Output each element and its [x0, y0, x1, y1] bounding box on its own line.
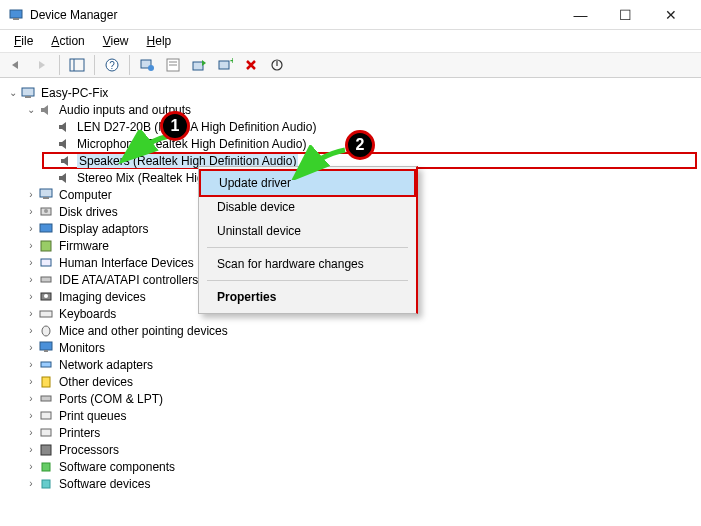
collapse-icon[interactable]: ⌄	[6, 87, 20, 98]
minimize-button[interactable]: —	[558, 1, 603, 29]
disable-button[interactable]	[265, 54, 289, 76]
category-label: Printers	[57, 426, 102, 440]
context-item-disable[interactable]: Disable device	[199, 195, 416, 219]
svg-point-7	[148, 65, 154, 71]
speaker-icon	[58, 153, 74, 169]
context-item-scan[interactable]: Scan for hardware changes	[199, 252, 416, 276]
expand-icon[interactable]: ›	[24, 342, 38, 353]
item-label: Microphone (Realtek High Definition Audi…	[75, 137, 308, 151]
svg-rect-27	[40, 311, 52, 317]
expand-icon[interactable]: ›	[24, 359, 38, 370]
tree-category[interactable]: ›Software components	[24, 458, 697, 475]
expand-icon[interactable]: ›	[24, 478, 38, 489]
context-separator	[207, 247, 408, 248]
tree-category[interactable]: ›Software devices	[24, 475, 697, 492]
category-icon	[38, 238, 54, 254]
tree-category[interactable]: ›Print queues	[24, 407, 697, 424]
update-driver-button[interactable]	[187, 54, 211, 76]
tree-category[interactable]: ›Other devices	[24, 373, 697, 390]
expand-icon[interactable]: ›	[24, 240, 38, 251]
annotation-badge-1: 1	[160, 111, 190, 141]
tree-category[interactable]: ›Printers	[24, 424, 697, 441]
context-item-label: Update driver	[219, 176, 291, 190]
category-label: IDE ATA/ATAPI controllers	[57, 273, 200, 287]
properties-button[interactable]	[161, 54, 185, 76]
menu-view[interactable]: View	[95, 32, 137, 50]
svg-rect-23	[41, 259, 51, 266]
category-label: Software components	[57, 460, 177, 474]
category-label: Display adaptors	[57, 222, 150, 236]
back-button[interactable]	[4, 54, 28, 76]
context-item-properties[interactable]: Properties	[199, 285, 416, 309]
category-icon	[38, 357, 54, 373]
expand-icon[interactable]: ›	[24, 223, 38, 234]
category-icon	[38, 272, 54, 288]
expand-icon[interactable]: ›	[24, 206, 38, 217]
add-legacy-button[interactable]: +	[213, 54, 237, 76]
forward-button[interactable]	[30, 54, 54, 76]
svg-rect-21	[40, 224, 52, 232]
svg-rect-29	[40, 342, 52, 350]
item-label: LEN D27-20B (NVIDIA High Definition Audi…	[75, 120, 318, 134]
tree-root[interactable]: ⌄ Easy-PC-Fix	[6, 84, 697, 101]
category-label: Network adapters	[57, 358, 155, 372]
expand-icon[interactable]: ›	[24, 257, 38, 268]
context-separator	[207, 280, 408, 281]
tree-category[interactable]: ›Processors	[24, 441, 697, 458]
category-icon	[38, 204, 54, 220]
svg-rect-31	[41, 362, 51, 367]
tree-category[interactable]: ›Monitors	[24, 339, 697, 356]
svg-rect-11	[193, 62, 203, 70]
expand-icon[interactable]: ›	[24, 325, 38, 336]
expand-icon[interactable]: ›	[24, 189, 38, 200]
tree-category[interactable]: ›Network adapters	[24, 356, 697, 373]
root-label: Easy-PC-Fix	[39, 86, 110, 100]
tree-category-audio[interactable]: ⌄ Audio inputs and outputs	[24, 101, 697, 118]
maximize-button[interactable]: ☐	[603, 1, 648, 29]
category-icon	[38, 476, 54, 492]
svg-rect-30	[44, 350, 48, 352]
menu-file[interactable]: File	[6, 32, 41, 50]
expand-icon[interactable]: ›	[24, 291, 38, 302]
svg-rect-22	[41, 241, 51, 251]
speaker-icon	[56, 136, 72, 152]
uninstall-button[interactable]	[239, 54, 263, 76]
expand-icon[interactable]: ›	[24, 427, 38, 438]
expand-icon[interactable]: ›	[24, 461, 38, 472]
tree-category[interactable]: ›Mice and other pointing devices	[24, 322, 697, 339]
collapse-icon[interactable]: ⌄	[24, 104, 38, 115]
context-item-label: Properties	[217, 290, 276, 304]
context-item-uninstall[interactable]: Uninstall device	[199, 219, 416, 243]
category-label: Human Interface Devices	[57, 256, 196, 270]
category-label: Computer	[57, 188, 114, 202]
category-icon	[38, 323, 54, 339]
svg-rect-37	[42, 463, 50, 471]
help-button[interactable]: ?	[100, 54, 124, 76]
svg-rect-1	[13, 18, 19, 20]
category-label: Monitors	[57, 341, 107, 355]
expand-icon[interactable]: ›	[24, 376, 38, 387]
expand-icon[interactable]: ›	[24, 274, 38, 285]
category-label: Other devices	[57, 375, 135, 389]
context-item-update-driver[interactable]: Update driver	[199, 169, 416, 197]
svg-rect-15	[22, 88, 34, 96]
category-icon	[38, 374, 54, 390]
category-icon	[38, 289, 54, 305]
svg-rect-2	[70, 59, 84, 71]
tree-category[interactable]: ›Ports (COM & LPT)	[24, 390, 697, 407]
svg-rect-38	[42, 480, 50, 488]
expand-icon[interactable]: ›	[24, 410, 38, 421]
scan-hardware-button[interactable]	[135, 54, 159, 76]
menu-help[interactable]: Help	[139, 32, 180, 50]
speaker-icon	[56, 170, 72, 186]
svg-point-26	[44, 294, 48, 298]
expand-icon[interactable]: ›	[24, 308, 38, 319]
svg-rect-34	[41, 412, 51, 419]
expand-icon[interactable]: ›	[24, 393, 38, 404]
close-button[interactable]: ✕	[648, 1, 693, 29]
category-icon	[38, 425, 54, 441]
show-hide-tree-button[interactable]	[65, 54, 89, 76]
category-label: Mice and other pointing devices	[57, 324, 230, 338]
menu-action[interactable]: Action	[43, 32, 92, 50]
expand-icon[interactable]: ›	[24, 444, 38, 455]
